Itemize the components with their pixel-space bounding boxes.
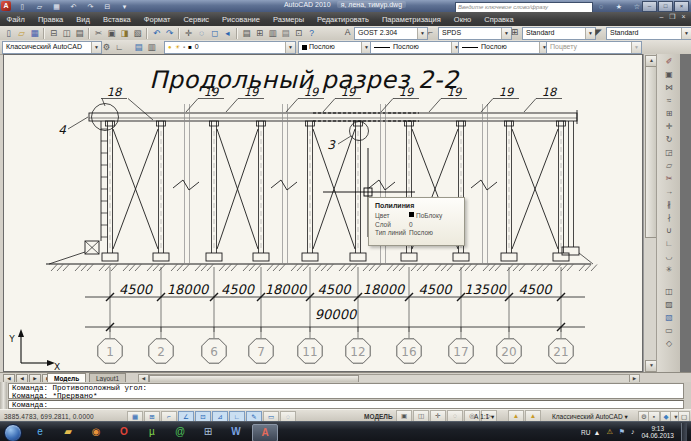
- doc-minimize-button[interactable]: –: [656, 13, 667, 22]
- chevron-down-icon[interactable]: ▼: [285, 42, 295, 53]
- communication-center-icon[interactable]: ★: [613, 0, 626, 13]
- search-icon[interactable]: ◌: [595, 0, 608, 13]
- erase-icon[interactable]: ✐: [662, 56, 676, 68]
- layer-states-icon[interactable]: ▥: [145, 41, 158, 54]
- ucs-icon[interactable]: ∟: [113, 41, 126, 54]
- extend-icon[interactable]: →: [662, 186, 676, 198]
- table-style-icon[interactable]: ⊞: [508, 26, 521, 39]
- menu-1[interactable]: Файл: [0, 15, 31, 24]
- taskbar-media-player-icon[interactable]: ◉: [84, 424, 108, 440]
- lineweight-combo[interactable]: Послою▼: [458, 41, 550, 54]
- stretch-icon[interactable]: ▱: [662, 160, 676, 172]
- trim-icon[interactable]: ✂: [662, 173, 676, 185]
- taskbar-utorrent-icon[interactable]: µ: [140, 424, 164, 440]
- match-properties-icon[interactable]: ▧: [131, 27, 144, 40]
- text-style-combo[interactable]: GOST 2.304▼: [354, 27, 428, 40]
- close-button[interactable]: ×: [674, 1, 689, 12]
- gradient-icon[interactable]: ▧: [662, 312, 676, 324]
- open-file-icon[interactable]: ▱: [15, 27, 28, 40]
- dim-style-combo[interactable]: SPDS▼: [438, 27, 512, 40]
- undo-icon[interactable]: ↶: [67, 0, 80, 13]
- tray-warning-icon[interactable]: ⚠: [606, 428, 612, 435]
- save-icon[interactable]: ▦: [50, 0, 63, 13]
- annotation-scale[interactable]: А 1:1 ▾: [474, 413, 494, 421]
- hatch-icon[interactable]: ▨: [662, 299, 676, 311]
- cut-icon[interactable]: ✂: [92, 27, 105, 40]
- redo-icon[interactable]: ↷: [163, 27, 176, 40]
- layer-properties-icon[interactable]: ▤: [132, 41, 145, 54]
- taskbar-word-icon[interactable]: W: [224, 424, 248, 440]
- chamfer-icon[interactable]: ∟: [662, 238, 676, 250]
- array-icon[interactable]: ⊞: [662, 108, 676, 120]
- menu-9[interactable]: Редактировать: [311, 15, 376, 24]
- linetype-combo[interactable]: Послою▼: [370, 41, 462, 54]
- zoom-previous-icon[interactable]: ◂: [221, 27, 234, 40]
- taskbar-mailru-agent-icon[interactable]: @: [168, 424, 192, 440]
- maximize-button[interactable]: □: [658, 1, 673, 12]
- mirror-icon[interactable]: ⋈: [662, 82, 676, 94]
- zoom-realtime-icon[interactable]: ◌: [195, 27, 208, 40]
- offset-icon[interactable]: ≈: [662, 95, 676, 107]
- rotate-icon[interactable]: ↻: [662, 134, 676, 146]
- color-combo[interactable]: Послою▼: [298, 41, 372, 54]
- copy-icon[interactable]: ▣: [662, 69, 676, 81]
- layer-color-swatch[interactable]: ■: [188, 44, 192, 50]
- draworder-icon[interactable]: ◫: [662, 286, 676, 298]
- drawing-canvas[interactable]: Продольный разрез 2-24318191919191919191…: [3, 54, 643, 372]
- dim-style-icon[interactable]: ⌐: [424, 26, 437, 39]
- move-icon[interactable]: ✛: [662, 121, 676, 133]
- text-style-icon[interactable]: A: [341, 26, 354, 39]
- new-file-icon[interactable]: ▯: [16, 0, 29, 13]
- break-at-point-icon[interactable]: ∦: [662, 199, 676, 211]
- menu-4[interactable]: Вставка: [96, 15, 137, 24]
- explode-icon[interactable]: ✳: [662, 264, 676, 276]
- minimize-button[interactable]: –: [642, 1, 657, 12]
- workspace-combo[interactable]: Классический AutoCAD▼: [2, 41, 102, 54]
- paste-icon[interactable]: ◨: [118, 27, 131, 40]
- new-file-icon[interactable]: ▯: [2, 27, 15, 40]
- doc-close-button[interactable]: ×: [678, 13, 689, 22]
- language-indicator[interactable]: RU: [581, 429, 590, 436]
- open-file-icon[interactable]: ▱: [33, 0, 46, 13]
- taskbar-autocad-icon[interactable]: A: [252, 424, 278, 441]
- region-icon[interactable]: ◇: [662, 338, 676, 350]
- vertical-scrollbar[interactable]: ▲ ▼: [643, 54, 657, 372]
- quickcalc-icon[interactable]: ⊡: [292, 27, 305, 40]
- tray-flag-icon[interactable]: ⚑: [619, 428, 625, 435]
- multileader-style-combo[interactable]: Standard▼: [606, 27, 691, 40]
- save-icon[interactable]: ▦: [28, 27, 41, 40]
- start-button[interactable]: [4, 424, 22, 441]
- qat-dropdown-icon[interactable]: ▾: [118, 0, 131, 13]
- menu-3[interactable]: Вид: [70, 15, 97, 24]
- plot-icon[interactable]: ⊟: [47, 27, 60, 40]
- copy-clip-icon[interactable]: ▣: [105, 27, 118, 40]
- taskbar-clock[interactable]: 9:13 04.06.2013: [641, 425, 674, 439]
- workspace-settings-icon[interactable]: ⚙: [100, 41, 113, 54]
- table-style-combo[interactable]: Standard▼: [522, 27, 596, 40]
- fillet-icon[interactable]: ◡: [662, 251, 676, 263]
- plot-preview-icon[interactable]: ◫: [60, 27, 73, 40]
- tool-palettes-icon[interactable]: ▥: [266, 27, 279, 40]
- taskbar-calculator-icon[interactable]: ⊞: [196, 424, 220, 440]
- plot-icon[interactable]: ⊟: [101, 0, 114, 13]
- layer-on-bulb-icon[interactable]: ●: [168, 44, 172, 50]
- chevron-down-icon[interactable]: ▼: [681, 28, 691, 39]
- workspace-switcher[interactable]: Классический AutoCAD ▾: [552, 413, 628, 421]
- doc-restore-button[interactable]: ❐: [667, 13, 678, 22]
- show-desktop-button[interactable]: [681, 423, 687, 441]
- menu-8[interactable]: Размеры: [266, 15, 310, 24]
- designcenter-icon[interactable]: ⊞: [253, 27, 266, 40]
- scale-icon[interactable]: ◲: [662, 147, 676, 159]
- command-window-grip[interactable]: [0, 382, 7, 409]
- menu-7[interactable]: Рисование: [216, 15, 267, 24]
- taskbar-opera-icon[interactable]: O: [112, 424, 136, 440]
- menu-6[interactable]: Сервис: [177, 15, 216, 24]
- menu-10[interactable]: Параметризация: [375, 15, 447, 24]
- break-icon[interactable]: ∤: [662, 212, 676, 224]
- tray-expand-icon[interactable]: ▲: [593, 429, 600, 436]
- tray-volume-icon[interactable]: ♪: [631, 428, 635, 435]
- menu-5[interactable]: Формат: [137, 15, 177, 24]
- menu-11[interactable]: Окно: [447, 15, 477, 24]
- undo-icon[interactable]: ↶: [150, 27, 163, 40]
- join-icon[interactable]: ∪: [662, 225, 676, 237]
